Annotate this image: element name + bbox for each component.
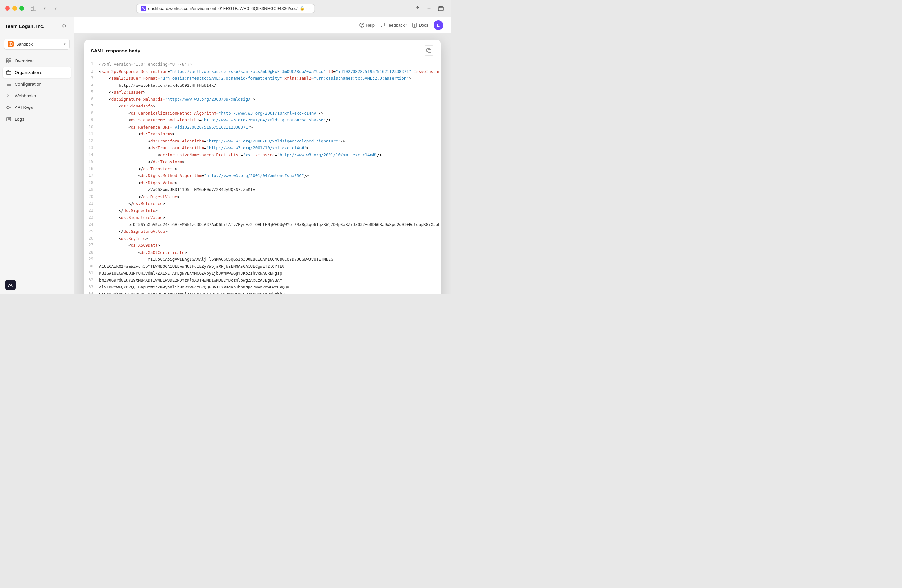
code-line: 14 <ec:InclusiveNamespaces PrefixList="x… — [84, 152, 441, 159]
svg-point-21 — [362, 26, 362, 27]
svg-rect-1 — [31, 6, 36, 11]
feedback-link[interactable]: Feedback? — [380, 23, 407, 28]
webhooks-icon — [6, 93, 12, 99]
share-button[interactable] — [412, 3, 423, 14]
code-line: 21 </ds:Reference> — [84, 200, 441, 208]
sidebar-item-webhooks[interactable]: Webhooks — [3, 90, 71, 101]
workos-logo[interactable] — [5, 280, 16, 290]
line-content: <ds:SignedInfo> — [99, 103, 441, 110]
sidebar-item-label: Logs — [14, 117, 24, 122]
url-options-icon[interactable]: ··· — [307, 6, 310, 11]
code-line: 25 </ds:SignatureValue> — [84, 228, 441, 235]
minimize-button[interactable] — [12, 6, 17, 11]
titlebar: ▾ ‹ W dashboard.workos.com/environment_0… — [0, 0, 451, 17]
code-block: 1<?xml version="1.0" encoding="UTF-8"?>2… — [84, 61, 441, 294]
code-line: 17 <ds:DigestMethod Algorithm="http://ww… — [84, 173, 441, 180]
line-content: MIIDoCCAoigAwIBAgIGAXAlj l6nMAOGCSqGSIb3… — [99, 256, 441, 263]
back-button[interactable]: ‹ — [51, 4, 60, 13]
svg-rect-0 — [31, 6, 33, 11]
logs-icon — [6, 116, 12, 122]
line-content: <ds:SignatureMethod Algorithm="http://ww… — [99, 117, 441, 124]
svg-rect-5 — [439, 7, 442, 8]
line-number: 24 — [84, 222, 99, 228]
line-number: 15 — [84, 159, 99, 165]
sidebar-toggle-button[interactable] — [29, 4, 38, 13]
lock-icon: 🔒 — [300, 6, 305, 11]
line-content: <ec:InclusiveNamespaces PrefixList="xs" … — [99, 152, 441, 159]
code-line: 8 <ds:CanonicalizationMethod Algorithm="… — [84, 110, 441, 117]
sidebar-item-label: API Keys — [14, 105, 33, 110]
code-line: 2<saml2p:Response Destination="https://a… — [84, 68, 441, 75]
line-content: </ds:DigestValue> — [99, 194, 441, 200]
sidebar-item-configuration[interactable]: Configuration — [3, 79, 71, 90]
fullscreen-button[interactable] — [435, 3, 446, 14]
close-button[interactable] — [5, 6, 10, 11]
svg-rect-8 — [9, 59, 11, 61]
line-number: 18 — [84, 180, 99, 186]
maximize-button[interactable] — [19, 6, 24, 11]
docs-link[interactable]: Docs — [412, 23, 428, 28]
sidebar-item-overview[interactable]: Overview — [3, 55, 71, 66]
user-avatar[interactable]: L — [434, 20, 443, 30]
code-line: 7 <ds:SignedInfo> — [84, 103, 441, 110]
code-line: 33AlVTMRMwEQYDVQQIDApDYWxpZm9ybnlibHMRYw… — [84, 284, 441, 291]
sidebar-item-label: Overview — [14, 58, 33, 64]
code-line: 5 </saml2:Issuer> — [84, 89, 441, 96]
line-content: <ds:DigestMethod Algorithm="http://www.w… — [99, 173, 441, 179]
url-text: dashboard.workos.com/environment_01ERG1B… — [149, 6, 298, 11]
docs-label: Docs — [419, 23, 428, 28]
modal-title: SAML response body — [91, 48, 140, 53]
sidebar-item-label: Configuration — [14, 81, 41, 87]
sidebar-item-label: Webhooks — [14, 93, 36, 99]
settings-button[interactable]: ⚙ — [59, 21, 68, 30]
sidebar-item-label: Organizations — [14, 70, 42, 75]
line-content: <ds:Transform Algorithm="http://www.w3.o… — [99, 138, 441, 145]
sidebar-item-api-keys[interactable]: API Keys — [3, 102, 71, 113]
svg-rect-7 — [6, 59, 8, 61]
code-line: 31MBIGA1UECwwLU1NPUHJvdmlkZXIxETAPBgNVBA… — [84, 270, 441, 277]
line-content: <ds:Reference URI="#id102708287519575162… — [99, 124, 441, 131]
url-bar[interactable]: W dashboard.workos.com/environment_01ERG… — [136, 4, 315, 13]
sidebar: Team Logan, Inc. ⚙ Sandbox ▾ — [0, 17, 74, 294]
line-number: 33 — [84, 284, 99, 291]
code-line: 15 </ds:Transform> — [84, 159, 441, 166]
env-chevron-icon: ▾ — [64, 42, 66, 46]
site-icon: W — [141, 6, 146, 11]
code-line: 4 http://www.okta.com/exk4ou092qHhFHuUI4… — [84, 82, 441, 89]
env-selector[interactable]: Sandbox ▾ — [4, 39, 70, 50]
sidebar-item-logs[interactable]: Logs — [3, 114, 71, 125]
code-line: 12 <ds:Transform Algorithm="http://www.w… — [84, 138, 441, 145]
line-content: <ds:CanonicalizationMethod Algorithm="ht… — [99, 110, 441, 117]
line-number: 22 — [84, 208, 99, 214]
line-number: 8 — [84, 110, 99, 117]
sidebar-chevron[interactable]: ▾ — [40, 4, 49, 13]
line-number: 34 — [84, 291, 99, 294]
help-link[interactable]: Help — [359, 23, 374, 28]
code-line: 30A1UECAwKQ2FsaWZvcm5pYTEWMBQGA1UEBwwNU2… — [84, 263, 441, 271]
line-content: A1UECAwKQ2FsaWZvcm5pYTEWMBQGA1UEBwwNU2Fu… — [99, 263, 441, 270]
line-content: <ds:X509Certificate> — [99, 249, 441, 256]
env-name: Sandbox — [16, 42, 61, 47]
line-number: 12 — [84, 138, 99, 144]
sidebar-item-organizations[interactable]: Organizations — [3, 67, 71, 78]
code-line: 20 </ds:DigestValue> — [84, 194, 441, 201]
line-number: 13 — [84, 145, 99, 151]
sidebar-nav: Overview Organizations — [0, 53, 74, 275]
code-line: 1<?xml version="1.0" encoding="UTF-8"?> — [84, 61, 441, 68]
line-number: 11 — [84, 131, 99, 137]
api-keys-icon — [6, 105, 12, 110]
line-content: <ds:KeyInfo> — [99, 235, 441, 242]
main-content: SAML response body 1<?xml version="1.0" … — [74, 34, 451, 294]
line-content: </ds:Transform> — [99, 159, 441, 166]
copy-button[interactable] — [424, 45, 434, 56]
organizations-icon — [6, 70, 12, 75]
new-tab-button[interactable]: + — [424, 3, 434, 14]
line-number: 16 — [84, 166, 99, 172]
code-line: 23 <ds:SignatureValue> — [84, 214, 441, 222]
help-label: Help — [366, 23, 374, 28]
line-content: MBIGA1UECwwLU1NPUHJvdmlkZXIxETAPBgNVBAMM… — [99, 270, 441, 277]
line-number: 7 — [84, 103, 99, 109]
line-content: </ds:SignatureValue> — [99, 228, 441, 235]
line-content: <saml2:Issuer Format="urn:oasis:names:tc… — [99, 75, 441, 82]
line-content: <ds:X509Data> — [99, 242, 441, 249]
